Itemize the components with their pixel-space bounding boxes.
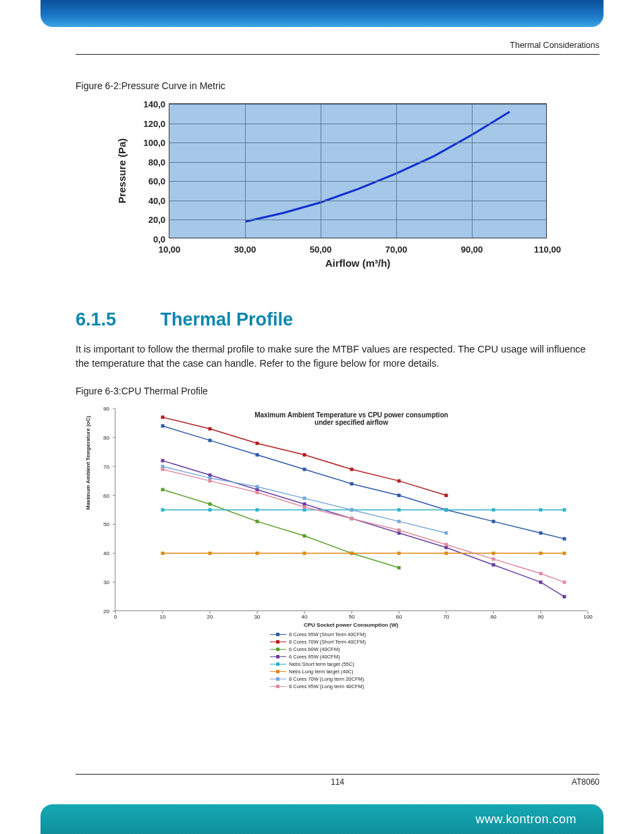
svg-rect-87 (539, 572, 543, 575)
svg-rect-72 (161, 465, 165, 468)
svg-rect-26 (492, 520, 495, 523)
svg-rect-30 (209, 427, 212, 431)
svg-rect-57 (398, 509, 401, 512)
svg-rect-67 (398, 552, 401, 555)
svg-rect-80 (209, 479, 212, 483)
svg-rect-52 (161, 509, 165, 512)
chart1-y-axis-label: Pressure (Pa) (116, 138, 128, 204)
svg-rect-19 (161, 424, 165, 427)
thermal-profile-chart: Maximum Ambient Temperature (oC) Maximum… (81, 409, 594, 690)
svg-rect-27 (539, 531, 543, 535)
svg-rect-65 (303, 552, 306, 555)
svg-rect-61 (563, 509, 566, 512)
svg-rect-54 (256, 509, 259, 512)
chart1-x-tick: 10,00 (159, 244, 181, 255)
running-header: Thermal Considerations (76, 41, 599, 55)
svg-rect-59 (492, 509, 495, 512)
svg-rect-58 (445, 509, 448, 512)
svg-rect-48 (445, 546, 448, 549)
chart2-x-tick: 30 (254, 614, 261, 620)
chart2-x-tick: 10 (160, 614, 166, 620)
svg-rect-49 (492, 563, 495, 567)
svg-rect-21 (256, 453, 259, 457)
svg-rect-39 (303, 534, 306, 538)
section-body-text: It is important to follow the thermal pr… (76, 342, 599, 371)
page-content: Thermal Considerations Figure 6-2:Pressu… (76, 41, 599, 780)
svg-rect-81 (256, 491, 259, 494)
svg-rect-42 (161, 459, 165, 463)
svg-rect-74 (256, 485, 259, 488)
section-title: Thermal Profile (161, 309, 294, 330)
svg-rect-75 (303, 496, 306, 500)
chart2-x-tick: 0 (114, 614, 117, 620)
chart1-x-axis-label: Airflow (m³/h) (169, 257, 547, 269)
svg-rect-20 (209, 439, 212, 442)
chart2-x-tick: 50 (349, 614, 355, 620)
chart2-legend-item: 8 Cores 70W (Long term 20CFM) (270, 675, 405, 683)
svg-rect-85 (445, 543, 448, 546)
chart1-y-tick: 60,0 (129, 176, 165, 186)
chart1-y-tick: 80,0 (129, 157, 165, 167)
svg-rect-79 (161, 468, 165, 471)
svg-rect-22 (303, 468, 306, 471)
chart1-x-tick: 90,00 (461, 244, 483, 255)
chart1-x-tick: 50,00 (310, 244, 332, 255)
chart2-y-tick: 70 (103, 463, 111, 469)
chart2-x-tick: 60 (396, 614, 402, 620)
svg-rect-76 (350, 509, 354, 512)
svg-rect-64 (256, 552, 259, 555)
chart1-y-tick: 140,0 (129, 99, 165, 109)
svg-rect-62 (161, 552, 165, 555)
chart2-x-axis-label: CPU Socket power Consumption (W) (115, 622, 587, 628)
page-footer: 114 AT8060 (76, 774, 599, 787)
chart1-y-tick: 120,0 (129, 118, 165, 128)
svg-rect-69 (492, 552, 495, 555)
section-heading: 6.1.5 Thermal Profile (76, 309, 599, 330)
chart2-y-tick: 60 (103, 492, 111, 498)
svg-rect-32 (303, 453, 306, 457)
svg-rect-66 (350, 552, 354, 555)
svg-rect-38 (256, 520, 259, 523)
chart1-y-tick: 20,0 (129, 215, 165, 225)
svg-rect-78 (445, 531, 448, 535)
svg-rect-53 (209, 509, 212, 512)
svg-rect-50 (539, 581, 543, 584)
svg-rect-28 (563, 537, 566, 540)
chart2-y-tick: 40 (103, 550, 111, 556)
chart2-legend-item: 8 Cores 95W (Short Term 40CFM) (270, 631, 405, 638)
chart2-x-tick: 40 (302, 614, 308, 620)
bottom-banner: www.kontron.com (41, 804, 603, 834)
svg-rect-84 (398, 529, 401, 532)
svg-rect-23 (350, 482, 354, 486)
chart2-y-tick: 50 (103, 521, 111, 527)
chart2-y-tick: 20 (103, 608, 111, 615)
svg-rect-68 (445, 552, 448, 555)
chart1-x-tick: 110,00 (534, 244, 561, 255)
chart2-x-tick: 80 (491, 614, 497, 620)
chart2-legend-item: Nebs Short term target (55C) (270, 660, 405, 668)
svg-rect-60 (539, 509, 543, 512)
top-banner (41, 0, 603, 27)
svg-rect-37 (209, 502, 212, 506)
figure-6-3-label: Figure 6-3:CPU Thermal Profile (76, 386, 599, 396)
svg-rect-47 (398, 531, 401, 535)
svg-rect-70 (539, 552, 543, 555)
chart1-x-tick: 30,00 (234, 244, 257, 255)
svg-rect-82 (303, 505, 306, 509)
chart1-y-tick: 40,0 (129, 195, 165, 205)
figure-6-2-label: Figure 6-2:Pressure Curve in Metric (76, 80, 599, 91)
chart1-y-tick: 0,0 (129, 234, 165, 244)
doc-id: AT8060 (572, 777, 599, 787)
chart1-x-tick: 70,00 (385, 244, 408, 255)
svg-rect-45 (303, 502, 306, 506)
svg-rect-88 (563, 581, 566, 584)
footer-url: www.kontron.com (475, 812, 576, 827)
svg-rect-55 (303, 509, 306, 512)
page-number: 114 (331, 777, 344, 787)
svg-rect-33 (350, 468, 354, 471)
chart1-y-tick: 100,0 (129, 138, 165, 148)
svg-rect-34 (398, 479, 401, 483)
chart2-legend: 8 Cores 95W (Short Term 40CFM)8 Cores 70… (270, 631, 405, 690)
svg-rect-63 (209, 552, 212, 555)
svg-rect-86 (492, 557, 495, 561)
